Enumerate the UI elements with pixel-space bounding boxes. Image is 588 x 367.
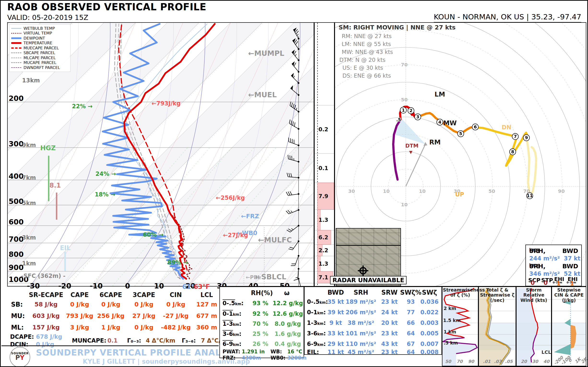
height-label: 7km bbox=[22, 174, 36, 181]
up-direction-label: UP bbox=[455, 191, 464, 198]
mumpl-annotation: ←MUMPL bbox=[248, 49, 284, 58]
legend-item: MUECAPE PARCEL bbox=[11, 46, 68, 50]
storm-motion-title: SM: RIGHT MOVING | NNE @ 27 kts bbox=[339, 24, 456, 31]
station-location: KOUN - NORMAN, OK US | 35.23, -97.47 bbox=[434, 12, 581, 23]
svg-text:6: 6 bbox=[474, 124, 477, 129]
height-label: 3km bbox=[22, 234, 36, 241]
rh-annotation: 24% → bbox=[95, 171, 116, 177]
temp-tick: 0 bbox=[125, 282, 130, 290]
dcin-value: 0 J/kg bbox=[36, 341, 54, 348]
lm-vector-label: LM bbox=[434, 91, 445, 98]
dwndrft-line-icon bbox=[11, 67, 21, 68]
srh-0-3-value: 244 m²/s² bbox=[529, 255, 560, 262]
layer-bars: 0.20.17.91.36.22.21.37.1 bbox=[315, 23, 334, 286]
cape-annotation: ←256J/kg bbox=[216, 194, 245, 201]
hodo-ring-label: 30 bbox=[348, 188, 355, 194]
cape-annotation: ←793J/kg bbox=[152, 100, 181, 107]
pwat-value: 1.291 in bbox=[242, 349, 265, 355]
pressure-tick: 300 bbox=[9, 140, 24, 148]
rh-annotation: 18% → bbox=[95, 191, 115, 198]
pressure-tick: 400 bbox=[9, 172, 24, 180]
storm-motion-lm: LM: NNE @ 55 kts bbox=[342, 41, 391, 47]
sfc-temp-f: 63°F bbox=[194, 283, 210, 290]
legend-item: VIRTUAL TEMP bbox=[11, 31, 68, 36]
wetbulb-line-icon bbox=[11, 28, 21, 29]
svg-text:1.3: 1.3 bbox=[319, 261, 328, 267]
height-label: 13km bbox=[22, 77, 40, 84]
temp-tick: -10 bbox=[90, 282, 103, 290]
svg-text:7: 7 bbox=[514, 134, 517, 139]
hodo-ring-label: 70 bbox=[401, 62, 408, 67]
thermo-header: CAPE bbox=[70, 291, 89, 299]
thermo-header: LCL bbox=[200, 291, 213, 299]
rh-annotation: 60% → bbox=[143, 231, 164, 238]
valid-time: VALID: 05-20-2019 15Z bbox=[7, 13, 88, 22]
thermo-header: 6CAPE bbox=[100, 291, 122, 299]
storm-motion-mw: MW: NNE @ 43 kts bbox=[342, 49, 393, 55]
svg-text:2.2: 2.2 bbox=[319, 247, 328, 253]
streamwiseness-chart bbox=[442, 287, 478, 366]
height-label: 1km bbox=[22, 260, 36, 267]
cape-annotation: ←27J/kg bbox=[223, 232, 248, 239]
pressure-tick: 200 bbox=[9, 94, 24, 102]
streamwiseness-panel bbox=[442, 286, 478, 366]
height-label: 9km bbox=[22, 142, 36, 149]
eil-label: EIL bbox=[60, 244, 70, 251]
bwd-0-3-value: 37 kt bbox=[564, 255, 580, 262]
legend-item: MLCAPE PARCEL bbox=[11, 55, 68, 60]
srh-bwd-summary-box: 0-3km SRH, BWD 244 m²/s² 37 kt 0-6km SRH… bbox=[525, 245, 582, 286]
svg-text:7.1: 7.1 bbox=[319, 274, 328, 281]
temperature-line-icon bbox=[11, 42, 21, 44]
dn-direction-label: DN bbox=[502, 124, 511, 131]
wb0-value: 3200m bbox=[287, 355, 306, 361]
muncape-value: 0.1 bbox=[107, 337, 118, 344]
virtual-temp-line-icon bbox=[11, 33, 21, 34]
hodo-ring-label: 50 bbox=[488, 188, 495, 194]
legend-item: TEMPERATURE bbox=[11, 41, 68, 46]
muel-annotation: ←MUEL bbox=[248, 91, 277, 99]
storm-motion-us: US: E @ 30 kts bbox=[342, 65, 383, 71]
thermo-header: 3CAPE bbox=[133, 291, 155, 299]
mw-vector-label: MW bbox=[443, 119, 457, 127]
radar-inset: RADAR UNAVAILABLE bbox=[336, 228, 401, 286]
hgz-label: HGZ bbox=[40, 144, 56, 152]
svg-text:5: 5 bbox=[459, 131, 462, 136]
sblcl-annotation: ←SBLCL bbox=[255, 273, 286, 281]
svg-text:2: 2 bbox=[409, 108, 413, 113]
hodo-ring-label: 10 bbox=[401, 202, 408, 208]
stp-value: 0 bbox=[544, 280, 548, 286]
sounderpy-logo: SOUNDER PY bbox=[9, 347, 30, 367]
temp-tick: -30 bbox=[27, 282, 40, 290]
rm-vector-label: RM bbox=[429, 138, 441, 146]
mulfc-annotation: ←MULFC bbox=[258, 236, 292, 244]
muecape-line-icon bbox=[11, 47, 21, 49]
mlcape-line-icon bbox=[11, 58, 21, 58]
legend-item: WETBULB TEMP bbox=[11, 26, 68, 31]
dcape-value: 678 J/kg bbox=[36, 334, 62, 340]
sfc-annotation: -SFC (362m) - bbox=[21, 273, 65, 279]
dtm-vector-label: DTM bbox=[405, 143, 418, 149]
svg-text:8: 8 bbox=[511, 149, 514, 154]
hodo-ring-label: 10 bbox=[383, 188, 390, 194]
svg-text:.5: .5 bbox=[396, 117, 401, 122]
rh-annotation: 89% → bbox=[167, 259, 188, 266]
lapse-81-label: 8.1 bbox=[49, 182, 61, 189]
thermo-header: SR-ECAPE bbox=[29, 291, 63, 299]
pressure-tick: 900 bbox=[9, 263, 24, 272]
legend-item: SBCAPE PARCEL bbox=[11, 50, 68, 56]
lcl-marker-label: LCL bbox=[542, 349, 551, 355]
storm-motion-ds: DS: ENE @ 66 kts bbox=[342, 73, 391, 79]
storm-motion-dtm: DTM: N @ 20 kts bbox=[339, 57, 385, 63]
thermo-header: CIN bbox=[170, 291, 182, 299]
svg-text:4: 4 bbox=[438, 119, 441, 125]
svg-text:7.9: 7.9 bbox=[319, 193, 328, 199]
ehi-0-3-value: 1 bbox=[570, 280, 574, 287]
legend-item: DEWPOINT bbox=[11, 36, 68, 41]
skewt-legend: WETBULB TEMP VIRTUAL TEMP DEWPOINT TEMPE… bbox=[9, 24, 70, 72]
temp-tick: 10 bbox=[154, 282, 164, 290]
dewpoint-line-icon bbox=[11, 37, 21, 39]
lapse-0-3-value: 4 Δ°C/km bbox=[146, 337, 175, 344]
svg-text:0.2: 0.2 bbox=[319, 126, 328, 133]
mucape-line-icon bbox=[11, 62, 21, 63]
pressure-tick: 700 bbox=[9, 235, 24, 243]
